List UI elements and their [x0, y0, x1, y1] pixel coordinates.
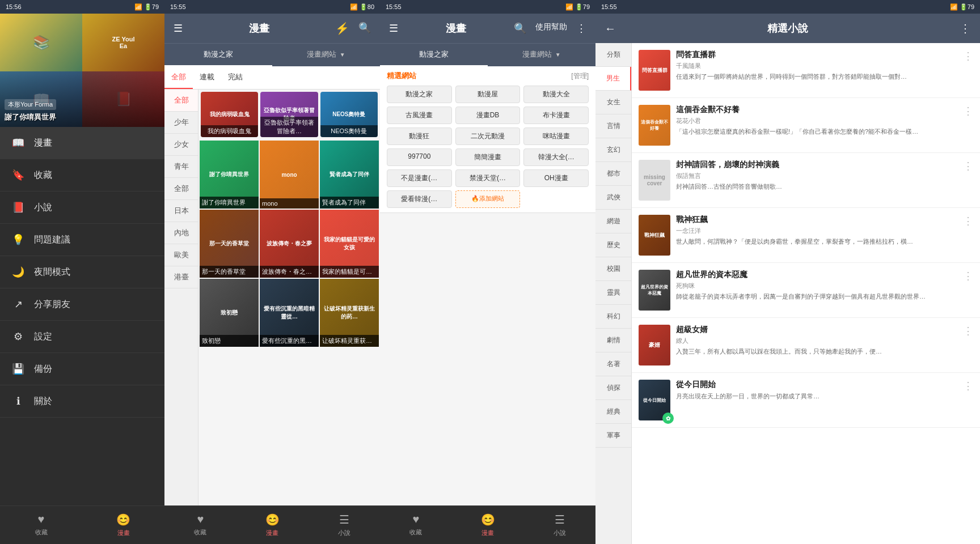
nav-item-bookmarks[interactable]: 🔖 收藏: [0, 159, 164, 192]
manga-card-9[interactable]: 我家的貓貓是可愛的女孩 我家的貓貓是可愛的女孩…: [320, 210, 379, 278]
lightning-icon[interactable]: ⚡: [335, 22, 349, 35]
site-997700[interactable]: 997700: [387, 148, 452, 166]
p3-bottom-favorites[interactable]: ♥ 收藏: [380, 506, 452, 544]
site-korean-manga[interactable]: 韓漫大全(…: [523, 148, 589, 166]
back-button[interactable]: ←: [605, 22, 616, 35]
novel-more-5[interactable]: ⋮: [963, 270, 973, 311]
cat-classic2[interactable]: 經典: [595, 400, 631, 424]
tab-manhua-sites[interactable]: 漫畫網站 ▼: [272, 44, 380, 66]
site-manga-db[interactable]: 漫畫DB: [455, 107, 521, 124]
p3-bottom-manga[interactable]: 😊 漫畫: [452, 506, 524, 544]
manga-card-6[interactable]: 賢者成為了同伴 賢者成為了同伴: [320, 141, 379, 209]
cat-martial[interactable]: 武俠: [595, 186, 631, 210]
novel-item-1[interactable]: 問答直播群 問答直播群 千風隨果 任逍來到了一個即將終結的世界，同時得到一個問答…: [632, 43, 980, 98]
more-icon-p3[interactable]: ⋮: [576, 22, 586, 35]
site-dongman-home[interactable]: 動漫之家: [387, 86, 452, 103]
novel-more-6[interactable]: ⋮: [963, 325, 973, 366]
novel-item-6[interactable]: 豪婿 超級女婿 繚人 入贅三年，所有人都以爲可以踩在我頭上。而我，只等她牽起我的…: [632, 318, 980, 373]
novel-more-4[interactable]: ⋮: [963, 215, 973, 256]
cat-china[interactable]: 內地: [164, 222, 198, 244]
site-dongman-crazy[interactable]: 動漫狂: [387, 128, 452, 145]
cat-romance[interactable]: 言情: [595, 114, 631, 138]
featured-card-2[interactable]: 亞魯欲似乎率領著冒險者 亞魯欲似乎率領著冒險者…: [260, 92, 318, 137]
site-oh-manga[interactable]: OH漫畫: [523, 169, 589, 187]
nav-item-feedback[interactable]: 💡 問題建議: [0, 224, 164, 256]
manga-card-7[interactable]: 那一天的香草堂 那一天的香草堂: [200, 210, 259, 278]
filter-completed[interactable]: 完結: [221, 66, 250, 89]
menu-icon[interactable]: ☰: [174, 22, 183, 35]
tab-dongman-p3[interactable]: 動漫之家: [380, 44, 488, 66]
site-2d-dongman[interactable]: 二次元動漫: [455, 128, 521, 145]
cat-hktw[interactable]: 港臺: [164, 266, 198, 288]
site-not-manga[interactable]: 不是漫畫(…: [387, 169, 452, 187]
manga-card-8[interactable]: 波族傳奇・春之夢 波族傳奇・春之夢…: [260, 210, 319, 278]
nav-item-nightmode[interactable]: 🌙 夜間模式: [0, 256, 164, 288]
novel-more-3[interactable]: ⋮: [963, 160, 973, 201]
cat-online-game[interactable]: 網遊: [595, 210, 631, 233]
tab-sites-p3[interactable]: 漫畫網站 ▼: [488, 44, 595, 66]
nav-item-settings[interactable]: ⚙ 設定: [0, 321, 164, 353]
novel-more-7[interactable]: ⋮: [963, 380, 973, 420]
cat-all[interactable]: 全部: [164, 90, 198, 112]
search-icon-p3[interactable]: 🔍: [514, 22, 526, 35]
cat-fantasy[interactable]: 玄幻: [595, 138, 631, 162]
cat-west[interactable]: 歐美: [164, 244, 198, 266]
cat-detective[interactable]: 偵探: [595, 376, 631, 400]
site-buka[interactable]: 布卡漫畫: [523, 107, 589, 124]
search-icon[interactable]: 🔍: [358, 22, 371, 35]
p3-bottom-novel[interactable]: ☰ 小說: [523, 506, 595, 544]
tab-dongman[interactable]: 動漫之家: [164, 44, 272, 66]
nav-item-backup[interactable]: 💾 備份: [0, 353, 164, 385]
cat-all2[interactable]: 全部: [164, 178, 198, 200]
cat-shonen[interactable]: 少年: [164, 112, 198, 134]
cat-classify[interactable]: 分類: [595, 43, 631, 67]
manga-card-10[interactable]: 致初戀 致初戀: [200, 279, 259, 347]
menu-icon-p3[interactable]: ☰: [389, 22, 398, 35]
nav-item-novel[interactable]: 📕 小說: [0, 192, 164, 224]
p2-bottom-favorites[interactable]: ♥ 收藏: [164, 506, 236, 544]
filter-all[interactable]: 全部: [164, 66, 193, 89]
novel-item-4[interactable]: 戰神狂飆 戰神狂飆 一念汪洋 世人敵問，何謂戰神？「便是以肉身霸世，拳握星空，掌…: [632, 208, 980, 263]
p2-bottom-novel[interactable]: ☰ 小說: [308, 506, 380, 544]
site-dongman-all[interactable]: 動漫大全: [523, 86, 589, 103]
site-dongman-room[interactable]: 動漫屋: [455, 86, 521, 103]
featured-card-3[interactable]: NEOS奧特曼 NEOS奧特曼: [320, 92, 378, 137]
cat-military[interactable]: 軍事: [595, 424, 631, 448]
site-ancient-manga[interactable]: 古風漫畫: [387, 107, 452, 124]
bottom-tab-favorites[interactable]: ♥ 收藏: [0, 506, 82, 544]
novel-more-2[interactable]: ⋮: [963, 105, 973, 146]
cat-campus[interactable]: 校園: [595, 257, 631, 281]
nav-item-manga[interactable]: 📖 漫畫: [0, 127, 164, 159]
manage-button[interactable]: [管理]: [571, 71, 589, 81]
novel-item-3[interactable]: missing cover 封神請回答，崩壞的封神演義 假語無言 封神請回答…古…: [632, 153, 980, 208]
nav-item-share[interactable]: ↗ 分享朋友: [0, 288, 164, 321]
cat-shojo[interactable]: 少女: [164, 134, 198, 156]
cat-female[interactable]: 女生: [595, 91, 631, 114]
bottom-tab-manga[interactable]: 😊 漫畫: [82, 506, 164, 544]
site-love-korean[interactable]: 愛看韓漫(…: [387, 190, 452, 208]
cat-scifi[interactable]: 科幻: [595, 305, 631, 329]
cat-drama[interactable]: 劇情: [595, 329, 631, 352]
featured-card-1[interactable]: 我的病弱吸血鬼 我的病弱吸血鬼: [201, 92, 258, 137]
add-site-button[interactable]: 🔥添加網站: [455, 190, 521, 208]
manga-card-5[interactable]: mono mono: [260, 141, 319, 209]
cat-urban[interactable]: 都市: [595, 162, 631, 186]
cat-supernatural[interactable]: 靈異: [595, 281, 631, 305]
help-text[interactable]: 使用幫助: [535, 22, 567, 35]
manga-card-4[interactable]: 謝了你唷異世界 謝了你唷異世界: [200, 141, 259, 209]
novel-item-2[interactable]: 這個吞金獸不好養 這個吞金獸不好養 花花小君 「這小祖宗怎麼這麼真的和吞金獸一樣…: [632, 98, 980, 153]
cat-classics[interactable]: 名著: [595, 352, 631, 376]
hero-banner[interactable]: 📚 ZE YoulEa 📖 📕 本形Your Forma 謝了你唷異世界: [0, 14, 164, 127]
novel-more-1[interactable]: ⋮: [963, 50, 973, 91]
novel-item-7[interactable]: 從今日開始 ✿ 從今日開始 月亮出現在天上的那一日，世界的一切都成了異常… ⋮: [632, 373, 980, 428]
nav-item-about[interactable]: ℹ 關於: [0, 385, 164, 418]
cat-history[interactable]: 歷史: [595, 233, 631, 257]
site-forbidden[interactable]: 禁漫天堂(…: [455, 169, 521, 187]
manga-card-12[interactable]: 让破坏精灵重获新生的药… 让破坏精灵重获新生的药…: [320, 279, 379, 347]
cat-seinen[interactable]: 青年: [164, 156, 198, 178]
manga-card-11[interactable]: 愛有些沉重的黑暗精靈從… 愛有些沉重的黑暗精靈從…: [260, 279, 319, 347]
novel-item-5[interactable]: 超凡世界的資本惡魔 超凡世界的資本惡魔 死狗咪 師從老籠子的資本玩弄者李明，因萬…: [632, 263, 980, 318]
p2-bottom-manga[interactable]: 😊 漫畫: [236, 506, 309, 544]
cat-japan[interactable]: 日本: [164, 200, 198, 222]
cat-male[interactable]: 男生: [595, 67, 631, 91]
